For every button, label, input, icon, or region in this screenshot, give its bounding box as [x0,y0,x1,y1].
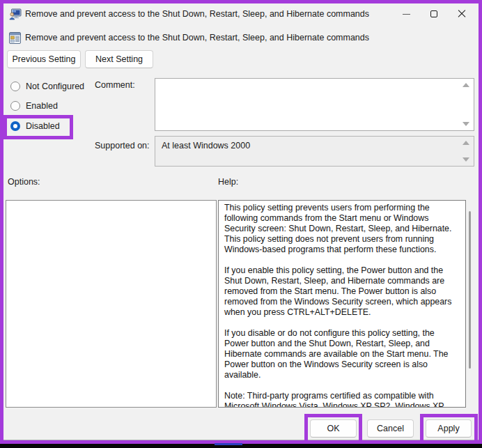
close-icon [458,10,466,18]
maximize-button[interactable] [420,3,448,24]
options-label: Options: [8,177,40,187]
scroll-up-icon[interactable] [462,141,469,145]
radio-label: Not Configured [26,82,84,91]
supported-on-value: At least Windows 2000 [162,141,250,150]
taskbar-accent-sliver [215,443,242,445]
title-bar: Remove and prevent access to the Shut Do… [3,3,479,24]
scroll-down-icon[interactable] [462,157,469,162]
supported-on-field: At least Windows 2000 [155,136,474,167]
window-title: Remove and prevent access to the Shut Do… [25,3,369,24]
help-label: Help: [218,177,238,187]
help-paragraph: Note: Third-party programs certified as … [224,391,460,408]
minimize-icon [403,14,410,15]
radio-not-configured[interactable]: Not Configured [10,80,84,93]
scroll-up-icon[interactable] [462,83,469,87]
scroll-down-icon[interactable] [462,122,469,126]
group-policy-app-icon [9,8,22,23]
group-policy-setting-dialog: Remove and prevent access to the Shut Do… [3,3,479,440]
taskbar-sliver [0,444,482,448]
help-paragraph: This policy setting prevents users from … [224,203,460,255]
comment-label: Comment: [95,80,135,90]
close-button[interactable] [448,3,476,24]
radio-label: Enabled [26,101,58,111]
help-text-panel[interactable]: This policy setting prevents users from … [218,200,466,408]
help-paragraph: If you disable or do not configure this … [224,328,460,380]
radio-circle-selected-icon [10,121,20,131]
annotated-screenshot: Remove and prevent access to the Shut Do… [0,0,482,448]
maximize-icon [430,10,437,17]
help-paragraph: If you enable this policy setting, the P… [224,265,460,318]
radio-circle-icon [10,101,20,111]
cancel-button[interactable]: Cancel [367,419,414,438]
radio-enabled[interactable]: Enabled [10,100,58,112]
policy-name: Remove and prevent access to the Shut Do… [25,29,369,46]
apply-button[interactable]: Apply [426,419,472,438]
comment-input[interactable] [155,78,474,131]
policy-setting-icon [9,32,21,47]
radio-label: Disabled [26,121,60,131]
help-scrollbar-thumb[interactable] [469,211,471,369]
next-setting-button[interactable]: Next Setting [85,50,153,68]
radio-circle-icon [10,82,20,91]
window-controls [392,3,476,24]
minimize-button[interactable] [392,3,420,24]
ok-button[interactable]: OK [310,419,357,438]
previous-setting-button[interactable]: Previous Setting [7,50,81,68]
supported-on-label: Supported on: [95,141,150,150]
radio-disabled[interactable]: Disabled [10,120,60,132]
options-panel [6,200,217,408]
